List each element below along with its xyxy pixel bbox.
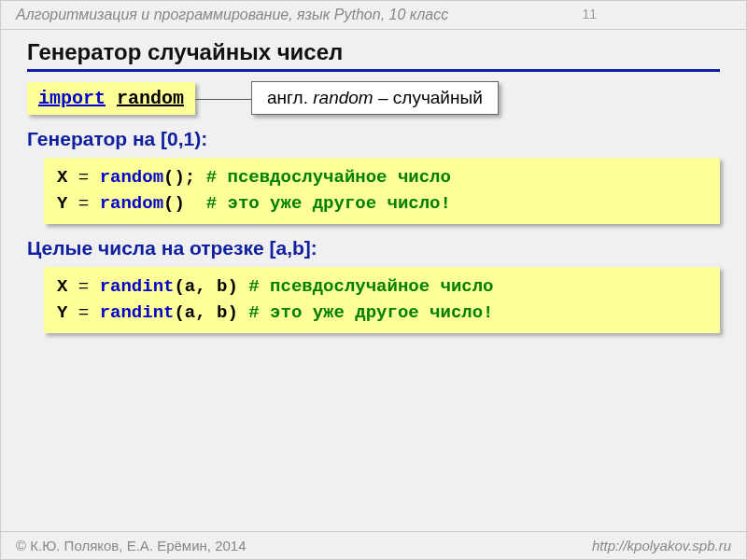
- slide-header: Алгоритмизация и программирование, язык …: [1, 1, 746, 30]
- callout-suffix: – случайный: [374, 88, 483, 107]
- translation-callout: англ. random – случайный: [251, 81, 499, 115]
- slide-title: Генератор случайных чисел: [27, 39, 720, 72]
- section1-heading: Генератор на [0,1):: [27, 128, 720, 150]
- copyright-text: © К.Ю. Поляков, Е.А. Ерёмин, 2014: [16, 538, 247, 553]
- import-row: import random англ. random – случайный: [27, 81, 720, 115]
- callout-prefix: англ.: [267, 88, 313, 107]
- slide-footer: © К.Ю. Поляков, Е.А. Ерёмин, 2014 http:/…: [1, 531, 746, 559]
- code-block-2: X = randint(a, b) # псевдослучайное числ…: [44, 267, 720, 333]
- section2-heading: Целые числа на отрезке [a,b]:: [27, 237, 720, 259]
- import-code: import random: [27, 82, 195, 115]
- import-keyword: import: [38, 88, 106, 109]
- import-module: random: [117, 88, 184, 109]
- callout-word: random: [313, 88, 373, 107]
- callout-connector: [195, 99, 251, 100]
- code-block-1: X = random(); # псевдослучайное число Y …: [44, 158, 720, 224]
- slide-content: Генератор случайных чисел import random …: [1, 30, 746, 333]
- footer-url: http://kpolyakov.spb.ru: [592, 538, 731, 553]
- course-label: Алгоритмизация и программирование, язык …: [16, 7, 448, 22]
- page-number: 11: [582, 7, 597, 21]
